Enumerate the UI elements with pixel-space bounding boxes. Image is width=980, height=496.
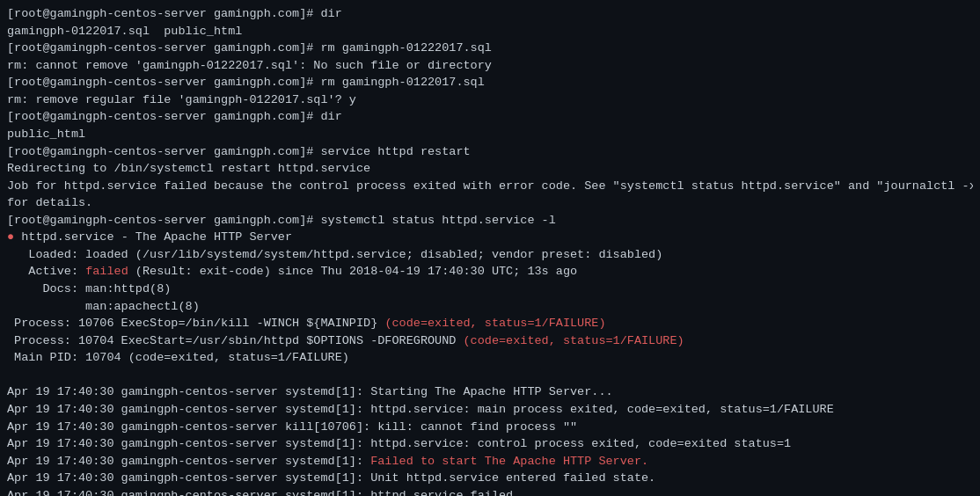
line-28: Apr 19 17:40:30 gamingph-centos-server s… xyxy=(7,470,973,487)
line-16-suffix: (Result: exit-code) since Thu 2018-04-19… xyxy=(128,265,577,278)
line-21: Main PID: 10704 (code=exited, status=1/F… xyxy=(7,349,973,367)
line-20-red: (code=exited, status=1/FAILURE) xyxy=(463,334,684,347)
line-1: [root@gamingph-centos-server gamingph.co… xyxy=(7,5,973,23)
line-14: ● httpd.service - The Apache HTTP Server xyxy=(7,229,973,246)
line-29: Apr 19 17:40:30 gamingph-centos-server s… xyxy=(7,487,973,496)
line-14-text: httpd.service - The Apache HTTP Server xyxy=(14,230,292,244)
line-25: Apr 19 17:40:30 gamingph-centos-server k… xyxy=(7,419,973,436)
terminal-output: [root@gamingph-centos-server gamingph.co… xyxy=(7,5,973,496)
line-4: rm: cannot remove 'gamingph-01222017.sql… xyxy=(7,57,973,75)
line-16-prefix: Active: xyxy=(7,265,85,278)
line-27-red: Failed to start The Apache HTTP Server. xyxy=(370,455,648,468)
line-24: Apr 19 17:40:30 gamingph-centos-server s… xyxy=(7,401,973,419)
line-10: Redirecting to /bin/systemctl restart ht… xyxy=(7,160,973,178)
status-dot: ● xyxy=(7,230,14,244)
line-19: Process: 10706 ExecStop=/bin/kill -WINCH… xyxy=(7,315,973,332)
line-27-prefix: Apr 19 17:40:30 gamingph-centos-server s… xyxy=(7,455,370,468)
line-12: for details. xyxy=(7,194,973,212)
line-27: Apr 19 17:40:30 gamingph-centos-server s… xyxy=(7,453,973,470)
line-3: [root@gamingph-centos-server gamingph.co… xyxy=(7,40,973,57)
line-2: gamingph-0122017.sql public_html xyxy=(7,23,973,40)
line-26: Apr 19 17:40:30 gamingph-centos-server s… xyxy=(7,435,973,453)
line-9: [root@gamingph-centos-server gamingph.co… xyxy=(7,143,973,161)
line-blank-1 xyxy=(7,367,973,384)
line-6: rm: remove regular file 'gamingph-012201… xyxy=(7,91,973,109)
line-15: Loaded: loaded (/usr/lib/systemd/system/… xyxy=(7,246,973,264)
line-19-red: (code=exited, status=1/FAILURE) xyxy=(384,317,605,330)
line-7: [root@gamingph-centos-server gamingph.co… xyxy=(7,108,973,126)
line-19-prefix: Process: 10706 ExecStop=/bin/kill -WINCH… xyxy=(7,317,384,330)
active-failed-text: failed xyxy=(85,265,128,278)
line-17: Docs: man:httpd(8) xyxy=(7,281,973,298)
line-8: public_html xyxy=(7,126,973,143)
terminal-window: [root@gamingph-centos-server gamingph.co… xyxy=(7,5,973,496)
line-16: Active: failed (Result: exit-code) since… xyxy=(7,263,973,281)
line-20-prefix: Process: 10704 ExecStart=/usr/sbin/httpd… xyxy=(7,334,463,347)
line-20: Process: 10704 ExecStart=/usr/sbin/httpd… xyxy=(7,332,973,350)
line-13: [root@gamingph-centos-server gamingph.co… xyxy=(7,212,973,230)
line-11: Job for httpd.service failed because the… xyxy=(7,178,973,195)
line-5: [root@gamingph-centos-server gamingph.co… xyxy=(7,74,973,91)
line-23: Apr 19 17:40:30 gamingph-centos-server s… xyxy=(7,383,973,401)
line-18: man:apachectl(8) xyxy=(7,298,973,316)
